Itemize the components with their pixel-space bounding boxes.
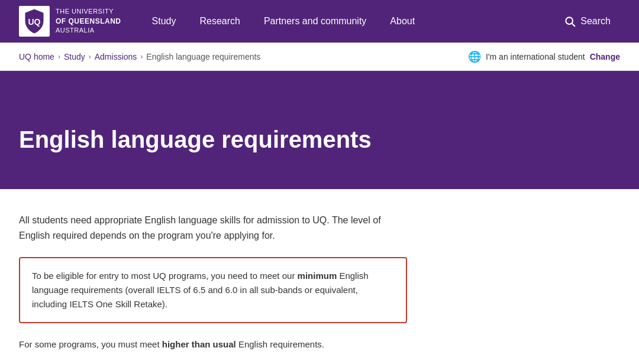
- main-content: All students need appropriate English la…: [0, 189, 426, 364]
- para-higher-after: English requirements.: [236, 339, 324, 349]
- nav-research[interactable]: Research: [188, 0, 251, 43]
- page-title: English language requirements: [19, 125, 372, 154]
- intro-paragraph: All students need appropriate English la…: [19, 213, 407, 243]
- logo-text: The University of Queensland Australia: [56, 7, 121, 35]
- logo-svg: UQ: [23, 8, 46, 34]
- highlight-text-before: To be eligible for entry to most UQ prog…: [32, 271, 298, 281]
- hero-section: English language requirements: [0, 71, 639, 189]
- highlight-bold-minimum: minimum: [298, 271, 337, 281]
- breadcrumb-home[interactable]: UQ home: [19, 52, 54, 61]
- para-higher: For some programs, you must meet higher …: [19, 337, 407, 352]
- nav-partners[interactable]: Partners and community: [252, 0, 378, 43]
- para-higher-before: For some programs, you must meet: [19, 339, 162, 349]
- search-label: Search: [580, 16, 611, 27]
- breadcrumb-current: English language requirements: [146, 52, 260, 61]
- globe-icon: 🌐: [468, 50, 481, 63]
- breadcrumb-sep-1: ›: [58, 53, 60, 61]
- nav-study[interactable]: Study: [140, 0, 188, 43]
- svg-line-2: [572, 24, 575, 27]
- student-status: 🌐 I'm an international student Change: [468, 50, 620, 63]
- search-icon: [564, 15, 576, 27]
- breadcrumb-sep-3: ›: [140, 53, 143, 61]
- svg-text:UQ: UQ: [28, 17, 41, 27]
- logo-link[interactable]: UQ The University of Queensland Australi…: [19, 6, 121, 37]
- nav-about[interactable]: About: [378, 0, 427, 43]
- nav-links: Study Research Partners and community Ab…: [140, 0, 555, 43]
- highlight-box: To be eligible for entry to most UQ prog…: [19, 257, 407, 323]
- breadcrumb-study[interactable]: Study: [64, 52, 85, 61]
- breadcrumb: UQ home › Study › Admissions › English l…: [19, 52, 260, 61]
- logo-shield: UQ: [19, 6, 50, 37]
- student-status-text: I'm an international student: [486, 52, 585, 61]
- breadcrumb-admissions[interactable]: Admissions: [95, 52, 137, 61]
- search-button[interactable]: Search: [554, 11, 620, 32]
- breadcrumb-bar: UQ home › Study › Admissions › English l…: [0, 43, 639, 71]
- breadcrumb-sep-2: ›: [89, 53, 91, 61]
- navbar: UQ The University of Queensland Australi…: [0, 0, 639, 43]
- change-student-status-link[interactable]: Change: [590, 52, 620, 61]
- para-higher-bold: higher than usual: [162, 339, 236, 349]
